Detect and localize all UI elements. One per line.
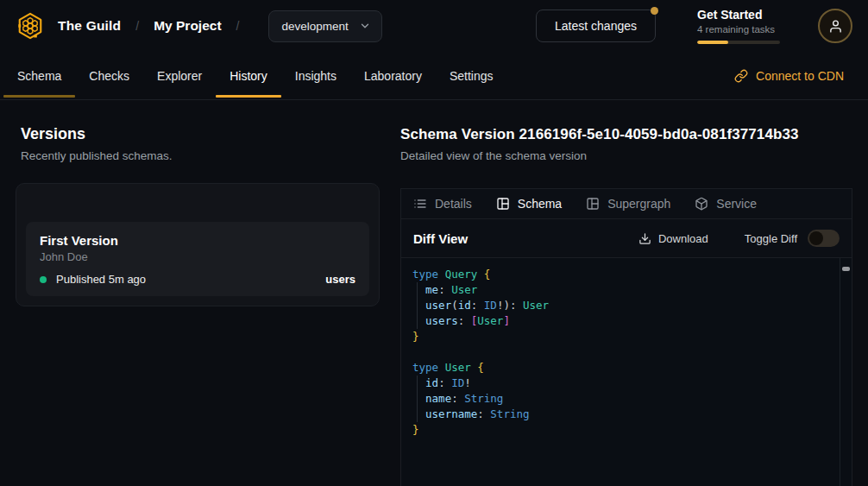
code-token: String	[464, 392, 503, 405]
code-token: users	[425, 314, 458, 327]
tab-history[interactable]: History	[216, 52, 281, 99]
tab-service[interactable]: Service	[695, 197, 757, 211]
schema-version-subtitle: Detailed view of the schema version	[400, 149, 587, 162]
code-scrollbar[interactable]	[840, 258, 852, 486]
tab-details[interactable]: Details	[413, 197, 472, 211]
code-token: username	[425, 407, 477, 420]
diff-actions: Download Toggle Diff	[638, 230, 840, 247]
code-token	[438, 268, 445, 281]
notification-dot	[651, 7, 658, 15]
code-token: )	[503, 299, 510, 312]
code-token: :	[438, 283, 445, 296]
tab-schema[interactable]: Schema	[3, 52, 75, 99]
code-token	[412, 407, 425, 420]
code-token	[412, 283, 425, 296]
schema-version-panel: Details Schema Supergraph	[400, 188, 852, 486]
code-token: ID	[484, 299, 497, 312]
code-token: }	[412, 330, 419, 343]
code-token: User	[445, 361, 471, 374]
tab-settings-label: Settings	[450, 69, 494, 83]
code-token: ID	[451, 376, 464, 389]
honeycomb-logo-icon[interactable]	[16, 11, 45, 41]
tab-service-label: Service	[716, 197, 757, 211]
tab-insights[interactable]: Insights	[281, 52, 350, 99]
toggle-diff-label: Toggle Diff	[745, 232, 797, 245]
tab-details-label: Details	[435, 197, 472, 211]
code-line: id: ID!	[412, 376, 840, 391]
diff-toolbar: Diff View Download Toggle Diff	[401, 219, 852, 258]
tab-supergraph-label: Supergraph	[607, 197, 670, 211]
version-name: First Version	[40, 233, 355, 248]
version-status-row: Published 5m ago users	[40, 273, 355, 286]
org-breadcrumb[interactable]: The Guild	[58, 18, 121, 34]
code-token	[477, 299, 484, 312]
tab-schema-view[interactable]: Schema	[496, 197, 562, 211]
code-line: type Query {	[412, 267, 840, 282]
link-icon	[734, 69, 748, 83]
version-service-badge: users	[325, 273, 355, 286]
code-line	[412, 344, 840, 360]
columns-icon	[496, 197, 510, 211]
get-started-title: Get Started	[697, 8, 780, 22]
code-line: username: String	[412, 407, 840, 422]
tab-laboratory[interactable]: Laboratory	[350, 52, 436, 99]
code-token	[438, 361, 445, 374]
project-breadcrumb[interactable]: My Project	[154, 18, 221, 34]
get-started-progress-track	[697, 41, 780, 44]
versions-heading: Versions	[21, 125, 85, 143]
target-nav-tabs: Schema Checks Explorer History Insights …	[0, 52, 868, 100]
code-token	[412, 299, 425, 312]
code-token: name	[425, 392, 451, 405]
tab-history-label: History	[230, 69, 267, 83]
tab-checks[interactable]: Checks	[75, 52, 143, 99]
tab-supergraph[interactable]: Supergraph	[586, 197, 670, 211]
tab-settings[interactable]: Settings	[436, 52, 507, 99]
code-token: !	[464, 376, 471, 389]
code-token	[464, 314, 471, 327]
get-started-subtitle: 4 remaining tasks	[697, 24, 780, 35]
download-button[interactable]: Download	[638, 232, 708, 245]
code-scrollbar-thumb[interactable]	[842, 267, 850, 271]
code-token: ]	[503, 314, 510, 327]
target-selector-dropdown[interactable]: development	[268, 10, 381, 42]
cube-icon	[695, 197, 708, 211]
user-menu-button[interactable]	[818, 9, 852, 43]
version-list-item[interactable]: First Version John Doe Published 5m ago …	[26, 222, 369, 296]
versions-subheading: Recently published schemas.	[21, 149, 173, 162]
code-token: type	[412, 361, 438, 374]
header-right-group: Latest changes Get Started 4 remaining t…	[536, 8, 852, 44]
code-token: type	[412, 268, 438, 281]
version-author: John Doe	[40, 250, 355, 263]
code-token: {	[484, 268, 491, 281]
get-started-widget[interactable]: Get Started 4 remaining tasks	[697, 8, 780, 44]
tab-explorer[interactable]: Explorer	[143, 52, 216, 99]
list-icon	[413, 197, 427, 211]
toggle-diff-switch[interactable]	[808, 230, 840, 247]
code-token: User	[477, 314, 503, 327]
code-token: :	[438, 376, 445, 389]
target-selector-value: development	[281, 20, 348, 33]
columns-icon	[586, 197, 600, 211]
breadcrumb-separator: /	[135, 19, 139, 33]
code-line: me: User	[412, 282, 840, 298]
code-token: me	[425, 283, 438, 296]
tab-schema-view-label: Schema	[518, 197, 562, 211]
get-started-progress-fill	[697, 41, 728, 44]
code-editor-content[interactable]: type Query { me: User user(id: ID!): Use…	[401, 258, 840, 486]
schema-version-title: Schema Version 2166196f-5e10-4059-bd0a-0…	[400, 126, 799, 143]
code-token: id	[458, 299, 471, 312]
connect-to-cdn-link[interactable]: Connect to CDN	[734, 52, 865, 99]
code-line: }	[412, 422, 840, 438]
tab-explorer-label: Explorer	[157, 69, 202, 83]
version-view-tabs: Details Schema Supergraph	[401, 189, 852, 219]
connect-to-cdn-label: Connect to CDN	[756, 69, 844, 83]
code-token: :	[451, 392, 458, 405]
code-line: type User {	[412, 360, 840, 376]
code-token: :	[477, 407, 484, 420]
code-token: Query	[445, 268, 478, 281]
latest-changes-button[interactable]: Latest changes	[536, 9, 656, 42]
tab-insights-label: Insights	[295, 69, 337, 83]
breadcrumb-separator: /	[236, 19, 240, 33]
code-token: User	[451, 283, 477, 296]
latest-changes-label: Latest changes	[555, 19, 637, 33]
